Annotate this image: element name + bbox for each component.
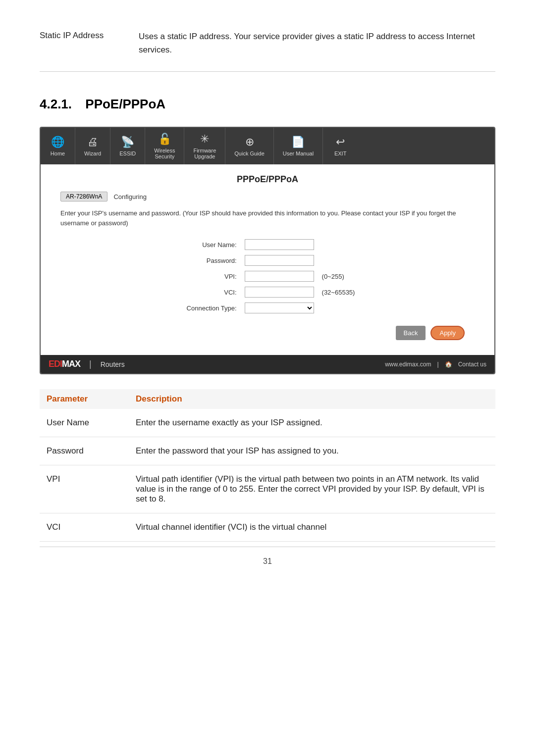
footer-contact[interactable]: Contact us bbox=[458, 361, 486, 368]
password-input[interactable] bbox=[245, 255, 314, 266]
form-row-vci: VCI: (32~65535) bbox=[176, 284, 359, 300]
wireless-security-icon: 🔓 bbox=[158, 133, 171, 146]
vci-label: VCI: bbox=[176, 284, 241, 300]
static-ip-section: Static IP Address Uses a static IP addre… bbox=[40, 30, 495, 72]
nav-user-manual[interactable]: 📄 User Manual bbox=[274, 128, 323, 164]
breadcrumb-row: AR-7286WnA Configuring bbox=[60, 192, 475, 202]
firmware-icon: ✳ bbox=[200, 133, 209, 146]
vpi-input[interactable] bbox=[245, 271, 314, 282]
table-row: User Name Enter the username exactly as … bbox=[40, 409, 495, 437]
form-row-connection-type: Connection Type: bbox=[176, 300, 359, 316]
nav-wireless-security[interactable]: 🔓 WirelessSecurity bbox=[145, 128, 184, 164]
form-row-password: Password: bbox=[176, 252, 359, 268]
nav-wireless-security-label: WirelessSecurity bbox=[154, 148, 175, 159]
param-table: Parameter Description User Name Enter th… bbox=[40, 389, 495, 542]
router-footer: EDIMAX | Routers www.edimax.com | 🏠 Cont… bbox=[41, 355, 494, 373]
nav-wizard-label: Wizard bbox=[84, 151, 101, 156]
table-row: VCI Virtual channel identifier (VCI) is … bbox=[40, 513, 495, 542]
router-page-title: PPPoE/PPPoA bbox=[60, 174, 475, 185]
nav-firmware-upgrade[interactable]: ✳ FirmwareUpgrade bbox=[184, 128, 225, 164]
home-icon: 🌐 bbox=[51, 136, 64, 149]
nav-quick-guide[interactable]: ⊕ Quick Guide bbox=[225, 128, 274, 164]
breadcrumb-page: Configuring bbox=[113, 193, 147, 201]
param-password: Password bbox=[40, 437, 129, 465]
quick-guide-icon: ⊕ bbox=[245, 136, 254, 149]
desc-col-header: Description bbox=[129, 389, 495, 409]
static-ip-label: Static IP Address bbox=[40, 30, 139, 41]
form-row-username: User Name: bbox=[176, 237, 359, 252]
footer-separator: | bbox=[437, 361, 439, 368]
config-form: User Name: Password: VPI: (0~255) VCI: bbox=[176, 237, 359, 316]
router-info-text: Enter your ISP's username and password. … bbox=[60, 208, 475, 228]
footer-website: www.edimax.com bbox=[385, 361, 431, 368]
section-title: PPoE/PPPoA bbox=[85, 97, 165, 111]
username-input[interactable] bbox=[245, 239, 314, 250]
param-table-header-row: Parameter Description bbox=[40, 389, 495, 409]
nav-essid[interactable]: 📡 ESSID bbox=[110, 128, 145, 164]
vpi-label: VPI: bbox=[176, 268, 241, 284]
footer-category: Routers bbox=[101, 360, 125, 368]
connection-type-select[interactable] bbox=[245, 302, 314, 313]
router-content-area: PPPoE/PPPoA AR-7286WnA Configuring Enter… bbox=[41, 164, 494, 355]
button-row: Back Apply bbox=[60, 326, 475, 345]
password-hint bbox=[318, 252, 359, 268]
vci-input[interactable] bbox=[245, 287, 314, 298]
nav-home-label: Home bbox=[51, 151, 65, 156]
table-row: VPI Virtual path identifier (VPI) is the… bbox=[40, 465, 495, 513]
connection-type-label: Connection Type: bbox=[176, 300, 241, 316]
nav-exit[interactable]: ↩ EXIT bbox=[323, 128, 358, 164]
user-manual-icon: 📄 bbox=[291, 136, 305, 149]
vpi-hint: (0~255) bbox=[318, 268, 359, 284]
form-row-vpi: VPI: (0~255) bbox=[176, 268, 359, 284]
wizard-icon: 🖨 bbox=[87, 136, 98, 149]
footer-right: www.edimax.com | 🏠 Contact us bbox=[385, 361, 486, 368]
static-ip-desc: Uses a static IP address. Your service p… bbox=[139, 30, 495, 56]
desc-password: Enter the password that your ISP has ass… bbox=[129, 437, 495, 465]
section-number: 4.2.1. bbox=[40, 97, 72, 111]
table-row: Password Enter the password that your IS… bbox=[40, 437, 495, 465]
footer-brand-area: EDIMAX | Routers bbox=[49, 359, 125, 369]
nav-bar: 🌐 Home 🖨 Wizard 📡 ESSID 🔓 WirelessSecuri… bbox=[41, 128, 494, 164]
footer-divider: | bbox=[89, 359, 92, 369]
desc-vci: Virtual channel identifier (VCI) is the … bbox=[129, 513, 495, 542]
vci-hint: (32~65535) bbox=[318, 284, 359, 300]
param-username: User Name bbox=[40, 409, 129, 437]
page-footer: 31 bbox=[40, 547, 495, 571]
apply-button[interactable]: Apply bbox=[430, 326, 465, 340]
edimax-logo: EDIMAX bbox=[49, 359, 80, 369]
nav-firmware-label: FirmwareUpgrade bbox=[193, 148, 216, 159]
connection-type-hint bbox=[318, 300, 359, 316]
logo-suffix: MAX bbox=[62, 359, 80, 369]
param-vci: VCI bbox=[40, 513, 129, 542]
desc-vpi: Virtual path identifier (VPI) is the vir… bbox=[129, 465, 495, 513]
param-col-header: Parameter bbox=[40, 389, 129, 409]
param-vpi: VPI bbox=[40, 465, 129, 513]
exit-icon: ↩ bbox=[336, 136, 345, 149]
nav-home[interactable]: 🌐 Home bbox=[41, 128, 75, 164]
password-label: Password: bbox=[176, 252, 241, 268]
desc-username: Enter the username exactly as your ISP a… bbox=[129, 409, 495, 437]
username-hint bbox=[318, 237, 359, 252]
page-number: 31 bbox=[263, 557, 272, 565]
username-label: User Name: bbox=[176, 237, 241, 252]
breadcrumb-device: AR-7286WnA bbox=[60, 192, 107, 202]
section-heading: 4.2.1. PPoE/PPPoA bbox=[40, 97, 495, 112]
logo-prefix: EDI bbox=[49, 359, 62, 369]
nav-user-manual-label: User Manual bbox=[283, 151, 314, 156]
essid-icon: 📡 bbox=[121, 136, 134, 149]
nav-exit-label: EXIT bbox=[334, 151, 346, 156]
back-button[interactable]: Back bbox=[396, 326, 426, 340]
router-ui: 🌐 Home 🖨 Wizard 📡 ESSID 🔓 WirelessSecuri… bbox=[40, 127, 495, 374]
nav-wizard[interactable]: 🖨 Wizard bbox=[75, 128, 110, 164]
nav-essid-label: ESSID bbox=[119, 151, 136, 156]
nav-quick-guide-label: Quick Guide bbox=[234, 151, 265, 156]
contact-icon: 🏠 bbox=[445, 361, 452, 368]
